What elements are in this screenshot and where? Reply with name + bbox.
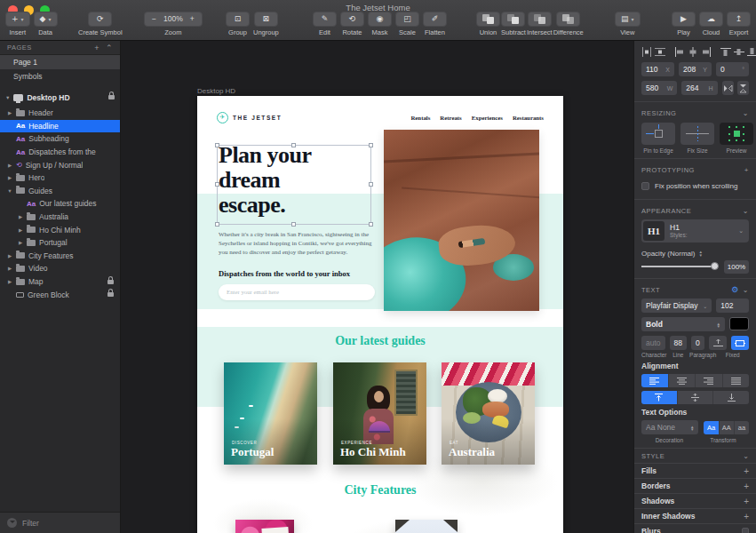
- nav-link-rentals[interactable]: Rentals: [410, 115, 430, 121]
- align-right-icon[interactable]: [701, 47, 712, 57]
- guides-section-title[interactable]: Our latest guides: [197, 334, 563, 348]
- subtract-button[interactable]: Subtract: [501, 12, 526, 36]
- guide-card-australia[interactable]: Eat Australia: [442, 362, 535, 465]
- ungroup-button[interactable]: ⊠ Ungroup: [253, 12, 279, 36]
- nav-link-experiences[interactable]: Experiences: [472, 115, 503, 121]
- filter-input[interactable]: [22, 519, 102, 528]
- layer-row-map[interactable]: ▶ Map: [0, 275, 120, 289]
- disclosure-triangle-icon[interactable]: ▶: [7, 163, 12, 168]
- disclosure-triangle-icon[interactable]: ▶: [18, 240, 23, 245]
- add-shadow-button[interactable]: +: [744, 497, 749, 506]
- decoration-dropdown[interactable]: Aa None▲▼: [641, 420, 698, 434]
- city-feature-image-1[interactable]: [235, 520, 294, 533]
- selection-handle[interactable]: [215, 182, 219, 187]
- zoom-out-button[interactable]: −: [152, 15, 156, 23]
- vertical-align-middle-button[interactable]: [678, 391, 713, 404]
- text-align-right-button[interactable]: [696, 374, 722, 387]
- flatten-button[interactable]: ✐ Flatten: [423, 12, 447, 36]
- view-button[interactable]: ▤▾ View: [615, 12, 641, 36]
- page-item-page1[interactable]: Page 1: [0, 55, 120, 69]
- artboard-desktop-hd[interactable]: ✈ THE JETSET Rentals Retreats Experience…: [197, 96, 563, 533]
- selection-handle[interactable]: [215, 222, 219, 227]
- font-family-dropdown[interactable]: Playfair Display⌄: [641, 298, 712, 313]
- x-field[interactable]: 110X: [641, 62, 674, 76]
- distribute-vertical-icon[interactable]: [655, 47, 665, 57]
- layer-row-hero[interactable]: ▶ Hero: [0, 171, 120, 185]
- blend-mode-stepper[interactable]: ▲▼: [698, 251, 702, 256]
- text-style-dropdown[interactable]: H1 H1 Styles: ⌄: [641, 219, 749, 243]
- add-inner-shadow-button[interactable]: +: [744, 512, 749, 521]
- chevron-down-icon[interactable]: ⌄: [743, 286, 749, 294]
- shadows-row[interactable]: Shadows +: [634, 494, 756, 509]
- chevron-down-icon[interactable]: ⌄: [743, 207, 749, 215]
- vertical-align-bottom-button[interactable]: [713, 391, 749, 404]
- rotation-field[interactable]: 0°: [716, 62, 749, 76]
- layer-row-city-features[interactable]: ▶ City Features: [0, 250, 120, 263]
- text-align-justify-button[interactable]: [723, 374, 750, 387]
- collapse-pages-icon[interactable]: ⌃: [106, 44, 113, 52]
- lock-icon[interactable]: [107, 280, 114, 284]
- add-fill-button[interactable]: +: [744, 466, 749, 476]
- align-left-icon[interactable]: [674, 47, 685, 57]
- scale-button[interactable]: ◰ Scale: [395, 12, 419, 36]
- align-center-horizontal-icon[interactable]: [688, 47, 698, 57]
- nav-link-restaurants[interactable]: Restaurants: [513, 115, 544, 121]
- transform-lowercase-button[interactable]: aa: [735, 421, 749, 434]
- align-middle-vertical-icon[interactable]: [734, 47, 744, 57]
- distribute-horizontal-icon[interactable]: [641, 47, 652, 57]
- text-color-swatch[interactable]: [729, 317, 749, 330]
- layer-row-guides[interactable]: ▼ Guides: [0, 185, 120, 198]
- height-field[interactable]: 264H: [681, 81, 717, 95]
- zoom-in-button[interactable]: +: [190, 15, 195, 23]
- difference-button[interactable]: Difference: [553, 12, 584, 36]
- email-input[interactable]: [219, 284, 375, 300]
- cloud-button[interactable]: ☁ Cloud: [699, 12, 723, 36]
- rotate-button[interactable]: ⟲ Rotate: [340, 12, 364, 36]
- paragraph-spacing-field[interactable]: 0: [691, 336, 704, 350]
- selection-handle[interactable]: [369, 222, 373, 227]
- disclosure-triangle-icon[interactable]: ▶: [7, 253, 12, 259]
- selection-handle[interactable]: [215, 143, 219, 147]
- fix-position-checkbox[interactable]: [641, 182, 649, 190]
- union-button[interactable]: Union: [476, 12, 500, 36]
- layer-row-headline[interactable]: Aa Headline: [0, 120, 120, 133]
- insert-button[interactable]: +▾ Insert: [5, 12, 30, 36]
- data-button[interactable]: ◆▾ Data: [34, 12, 58, 36]
- text-align-left-button[interactable]: [641, 374, 668, 387]
- layer-row-subheading[interactable]: Aa Subheading: [0, 132, 120, 146]
- opacity-slider[interactable]: [641, 266, 719, 267]
- hero-image[interactable]: [384, 130, 539, 311]
- auto-width-button[interactable]: [709, 336, 727, 350]
- line-spacing-field[interactable]: 88: [670, 336, 687, 350]
- disclosure-triangle-icon[interactable]: ▶: [18, 227, 23, 233]
- dispatches-heading[interactable]: Dispatches from the world to your inbox: [219, 269, 350, 278]
- layer-row-portugal[interactable]: ▶ Portugal: [0, 236, 120, 250]
- blurs-row[interactable]: Blurs: [634, 524, 756, 533]
- blur-toggle[interactable]: [742, 528, 749, 533]
- inner-shadows-row[interactable]: Inner Shadows +: [634, 509, 756, 524]
- layer-row-signup[interactable]: ▶ ⟲ Sign Up / Normal: [0, 158, 120, 171]
- nav-link-retreats[interactable]: Retreats: [440, 115, 461, 121]
- city-features-title[interactable]: City Features: [197, 483, 563, 497]
- disclosure-triangle-icon[interactable]: ▼: [5, 95, 10, 100]
- selection-handle[interactable]: [291, 222, 296, 227]
- mask-button[interactable]: ◉ Mask: [368, 12, 392, 36]
- fills-row[interactable]: Fills +: [634, 464, 756, 479]
- layer-row-dispatches[interactable]: Aa Dispatches from the: [0, 146, 120, 159]
- selection-handle[interactable]: [369, 182, 373, 187]
- add-border-button[interactable]: +: [744, 481, 749, 491]
- opacity-slider-knob[interactable]: [711, 262, 719, 270]
- site-logo[interactable]: ✈ THE JETSET: [217, 112, 282, 123]
- add-page-button[interactable]: +: [94, 44, 99, 52]
- resizing-preview[interactable]: Preview: [720, 123, 753, 154]
- font-weight-dropdown[interactable]: Bold▲▼: [641, 317, 725, 331]
- align-bottom-icon[interactable]: [747, 47, 756, 57]
- guide-card-portugal[interactable]: Discover Portugal: [224, 362, 317, 465]
- fixed-size-button[interactable]: [731, 336, 749, 350]
- disclosure-triangle-icon[interactable]: ▶: [7, 279, 12, 284]
- borders-row[interactable]: Borders +: [634, 479, 756, 494]
- character-spacing-field[interactable]: auto: [641, 336, 665, 350]
- flip-vertical-button[interactable]: [737, 81, 749, 95]
- width-field[interactable]: 580W: [641, 81, 677, 95]
- vertical-align-top-button[interactable]: [641, 391, 677, 404]
